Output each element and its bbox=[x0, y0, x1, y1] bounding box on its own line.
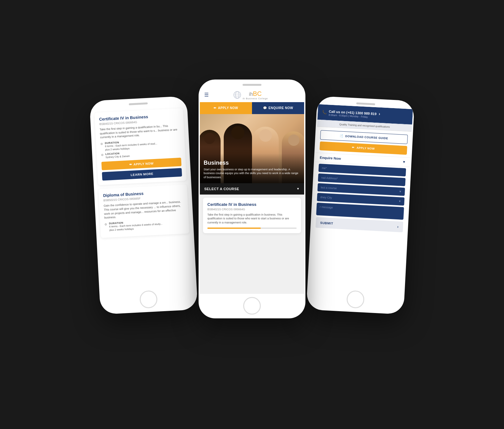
hero-overlay: Business Start your own business or step… bbox=[200, 153, 304, 183]
center-cert-card: Certificate IV in Business BSB40215 CRIC… bbox=[203, 198, 301, 234]
center-cert-desc: Take the first step in gaining a qualifi… bbox=[207, 213, 297, 225]
call-info: Call us on (+61) 1300 989 819 › 8:00am -… bbox=[329, 108, 381, 119]
head-1 bbox=[204, 133, 215, 144]
apply-icon-right: ✏ bbox=[352, 146, 355, 149]
phone-icon: 📞 bbox=[322, 110, 327, 114]
logo-text-container: ihBC ih Business College bbox=[243, 90, 268, 100]
location-chevron-icon: ▼ bbox=[398, 200, 401, 203]
center-cert-title: Certificate IV in Business bbox=[207, 202, 297, 207]
diploma-desc: Gain the confidence to operate and manag… bbox=[104, 200, 184, 220]
tab-enquire[interactable]: 💬 ENQUIRE NOW bbox=[252, 102, 304, 114]
head-4 bbox=[288, 135, 299, 146]
head-2 bbox=[231, 126, 244, 139]
enquire-chevron-icon: ▼ bbox=[402, 160, 406, 164]
center-tabs: ✏ APPLY NOW 💬 ENQUIRE NOW bbox=[200, 102, 304, 114]
hamburger-icon[interactable]: ☰ bbox=[204, 92, 209, 98]
course-card-cert-iv: Certificate IV in Business BSB40215 CRIC… bbox=[94, 108, 187, 185]
submit-chevron-icon: › bbox=[397, 224, 399, 229]
phone-center: ☰ ihBC ih Business College bbox=[199, 80, 305, 318]
hero-title: Business bbox=[204, 160, 300, 166]
logo-ih: ih bbox=[249, 91, 253, 97]
right-phone-screen: 📞 Call us on (+61) 1300 989 819 › 8:00am… bbox=[309, 104, 413, 290]
center-phone-screen: ☰ ihBC ih Business College bbox=[200, 88, 304, 294]
enquire-tab-icon: 💬 bbox=[263, 106, 267, 110]
main-scene: Certificate IV in Business BSB40215 CRIC… bbox=[79, 73, 425, 356]
download-icon: 📄 bbox=[340, 134, 343, 138]
apply-icon: ✏ bbox=[129, 163, 132, 166]
clock-icon-2: ⊙ bbox=[105, 222, 107, 225]
center-header: ☰ ihBC ih Business College bbox=[200, 88, 304, 102]
tab-apply[interactable]: ✏ APPLY NOW bbox=[200, 102, 252, 114]
chevron-down-icon: ▼ bbox=[297, 187, 300, 190]
diploma-duration-content: DURATION 6 terms - Each term includes 6 … bbox=[109, 218, 185, 232]
call-chevron: › bbox=[379, 111, 381, 116]
message-field-container: r message bbox=[316, 202, 404, 219]
submit-button[interactable]: SUBMIT › bbox=[315, 217, 403, 232]
enquire-label: Enquire Now bbox=[320, 156, 341, 161]
clock-icon: ⊙ bbox=[100, 142, 103, 145]
apply-now-button-left-1[interactable]: ✏ APPLY NOW bbox=[101, 157, 182, 170]
left-phone-screen: Certificate IV in Business BSB40215 CRIC… bbox=[91, 104, 195, 290]
select-course-bar[interactable]: SELECT A COURSE ▼ bbox=[200, 183, 304, 195]
logo-sub: ih Business College bbox=[243, 97, 268, 100]
cert-iv-desc: Take the first step in gaining a qualifi… bbox=[100, 123, 180, 139]
center-cert-code: BSB40215 CRICOS 095664G bbox=[207, 208, 297, 211]
learn-more-button-left-1[interactable]: LEARN MORE bbox=[102, 168, 182, 180]
message-textarea[interactable]: r message bbox=[316, 202, 404, 219]
phone-left: Certificate IV in Business BSB40215 CRIC… bbox=[89, 96, 198, 314]
apply-tab-icon: ✏ bbox=[214, 106, 216, 110]
card-progress-fill bbox=[207, 228, 261, 229]
logo-text: ihBC bbox=[249, 90, 261, 97]
hero-description: Start your own business or step up to ma… bbox=[204, 168, 300, 179]
card-progress-bar bbox=[207, 228, 297, 229]
location-icon: ⊙ bbox=[101, 153, 104, 156]
diploma-duration-row: ⊙ DURATION 6 terms - Each term includes … bbox=[105, 218, 185, 232]
hero-image: Home / Business bbox=[200, 114, 304, 183]
course-card-diploma: Diploma of Business BSB50215 CRICOS 0956… bbox=[98, 184, 189, 238]
select-chevron-icon: ▼ bbox=[399, 190, 402, 193]
logo-bc: BC bbox=[253, 90, 262, 97]
head-3 bbox=[259, 129, 272, 142]
phone-right: 📞 Call us on (+61) 1300 989 819 › 8:00am… bbox=[306, 96, 414, 314]
logo-area: ihBC ih Business College bbox=[233, 90, 268, 100]
globe-icon bbox=[233, 91, 242, 99]
